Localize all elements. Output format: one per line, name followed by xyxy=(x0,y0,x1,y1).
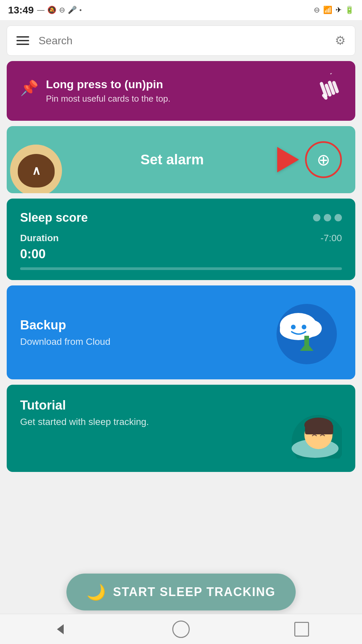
sleep-score-title: Sleep score xyxy=(20,211,88,225)
backup-text: Backup Download from Cloud xyxy=(20,318,110,347)
red-arrow-icon xyxy=(277,147,299,172)
home-circle-icon xyxy=(172,621,190,638)
recents-square-icon xyxy=(294,622,309,637)
tutorial-title: Tutorial xyxy=(20,398,149,413)
coffee-illustration: ∧ xyxy=(10,145,62,193)
sleep-score-card[interactable]: Sleep score Duration -7:00 0:00 xyxy=(7,199,355,280)
cloud-illustration xyxy=(272,299,342,366)
dnd-icon: ⊖ xyxy=(59,6,65,14)
svg-point-11 xyxy=(302,325,306,329)
mute-icon: 🔕 xyxy=(47,6,56,14)
alarm-text: Set alarm xyxy=(140,152,204,168)
sleeping-person-illustration xyxy=(275,398,342,459)
pin-card-title: Long press to (un)pin xyxy=(46,78,170,91)
alarm-arrow-group[interactable]: ⊕ xyxy=(277,141,342,178)
dot-2 xyxy=(324,214,331,221)
airplane-icon: ✈ xyxy=(336,6,342,14)
dot-3 xyxy=(335,214,342,221)
svg-marker-19 xyxy=(57,624,64,634)
back-button[interactable] xyxy=(47,616,74,643)
duration-value: 0:00 xyxy=(20,247,46,261)
svg-rect-13 xyxy=(304,336,309,345)
alarm-clock-icon: ⊕ xyxy=(317,150,330,169)
hand-wave-icon xyxy=(315,73,342,109)
backup-subtitle: Download from Cloud xyxy=(20,336,110,347)
tutorial-subtitle: Get started with sleep tracking. xyxy=(20,417,149,427)
wifi-icon: 📶 xyxy=(323,6,332,14)
battery-icon: 🔋 xyxy=(345,6,354,14)
bottom-navigation xyxy=(0,614,362,644)
status-bar: 13:49 — 🔕 ⊖ 🎤 • ⊖ 📶 ✈ 🔋 xyxy=(0,0,362,20)
alarm-label-center: Set alarm xyxy=(67,152,277,168)
dnd-right-icon: ⊖ xyxy=(314,6,320,14)
cards-container: 📌 Long press to (un)pin Pin most useful … xyxy=(0,61,362,544)
mic-icon: 🎤 xyxy=(68,6,77,14)
status-icons-left: — 🔕 ⊖ 🎤 • xyxy=(37,6,82,14)
status-icons-right: ⊖ 📶 ✈ 🔋 xyxy=(314,6,354,14)
set-alarm-button[interactable]: ⊕ xyxy=(305,141,342,178)
hamburger-menu[interactable] xyxy=(16,36,29,45)
settings-gear-icon[interactable]: ⚙ xyxy=(335,34,346,48)
pin-icon: 📌 xyxy=(20,79,39,97)
minus-icon: — xyxy=(37,6,45,14)
progress-bar-background xyxy=(20,267,342,270)
backup-card[interactable]: Backup Download from Cloud xyxy=(7,285,355,379)
start-sleep-label: START SLEEP TRACKING xyxy=(113,585,276,599)
tutorial-text: Tutorial Get started with sleep tracking… xyxy=(20,398,149,427)
dots-menu[interactable] xyxy=(313,214,342,221)
svg-point-9 xyxy=(280,321,317,340)
dot-icon: • xyxy=(79,6,82,14)
pin-card-subtitle: Pin most useful cards to the top. xyxy=(46,94,170,104)
recents-button[interactable] xyxy=(288,616,315,643)
svg-rect-4 xyxy=(321,93,328,100)
svg-rect-18 xyxy=(305,424,333,434)
moon-icon: 🌙 xyxy=(86,583,106,601)
search-input[interactable] xyxy=(39,35,335,47)
home-button[interactable] xyxy=(168,616,194,643)
pin-card[interactable]: 📌 Long press to (un)pin Pin most useful … xyxy=(7,61,355,121)
duration-label: Duration xyxy=(20,233,59,244)
dot-1 xyxy=(313,214,320,221)
status-time: 13:49 xyxy=(8,4,34,16)
backup-title: Backup xyxy=(20,318,110,332)
search-bar: ⚙ xyxy=(7,25,355,56)
alarm-card[interactable]: ∧ Set alarm ⊕ xyxy=(7,126,355,193)
tutorial-card[interactable]: Tutorial Get started with sleep tracking… xyxy=(7,385,355,472)
start-sleep-tracking-button[interactable]: 🌙 START SLEEP TRACKING xyxy=(66,574,296,610)
duration-minus: -7:00 xyxy=(320,233,342,244)
pin-card-text: Long press to (un)pin Pin most useful ca… xyxy=(46,78,170,104)
svg-point-10 xyxy=(291,325,296,329)
